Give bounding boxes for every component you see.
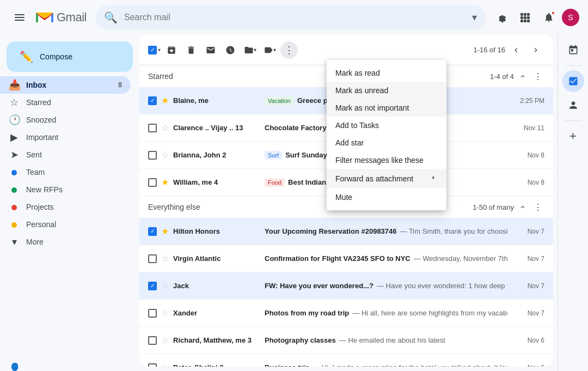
context-menu-add-tasks[interactable]: Add to Tasks (327, 117, 446, 134)
context-menu-mark-unread[interactable]: Mark as unread (327, 82, 446, 99)
email-body: Business trip — Hi, I made a reservation… (265, 363, 507, 367)
svg-rect-4 (520, 13, 523, 16)
star-button[interactable]: ☆ (161, 308, 169, 318)
star-button[interactable]: ☆ (161, 150, 169, 160)
search-dropdown-icon[interactable]: ▾ (472, 11, 477, 23)
email-checkbox[interactable] (148, 254, 157, 263)
sidebar-item-label: More (26, 238, 44, 246)
right-panel-add-button[interactable]: + (562, 125, 584, 147)
email-checkbox[interactable] (148, 363, 157, 367)
page-info: 1-16 of 16 (473, 46, 505, 54)
apps-button[interactable] (514, 7, 536, 28)
star-button[interactable]: ☆ (161, 281, 169, 291)
snooze-button[interactable] (222, 41, 239, 59)
search-input[interactable] (124, 13, 465, 22)
labels-button[interactable]: ▾ (261, 41, 278, 59)
email-checkbox[interactable] (148, 124, 157, 132)
svg-rect-11 (524, 20, 526, 22)
mark-unread-button[interactable] (202, 41, 219, 59)
avatar[interactable]: S (562, 9, 579, 26)
notifications-button[interactable] (538, 7, 560, 28)
top-bar-right: S (490, 7, 579, 28)
context-menu-mark-read[interactable]: Mark as read (327, 64, 446, 82)
email-checkbox[interactable] (148, 282, 157, 290)
context-menu-add-star[interactable]: Add star (327, 134, 446, 151)
email-row[interactable]: ☆ Virgin Atlantic Confirmation for Fligh… (139, 245, 553, 272)
starred-collapse-button[interactable] (516, 70, 529, 83)
hamburger-button[interactable] (9, 7, 30, 28)
sidebar-item-team[interactable]: Team (0, 163, 131, 181)
sidebar-item-starred[interactable]: ☆ Starred (0, 94, 131, 111)
sidebar-item-snoozed[interactable]: 🕐 Snoozed (0, 111, 131, 129)
email-checkbox[interactable] (148, 178, 157, 187)
email-time: Nov 11 (512, 124, 544, 132)
email-checkbox[interactable] (148, 96, 157, 105)
context-menu-forward-attachment[interactable]: Forward as attachment (327, 169, 446, 188)
email-time: Nov 7 (512, 228, 544, 235)
sidebar-item-projects[interactable]: Projects (0, 198, 131, 216)
email-tag: Vacation (265, 96, 294, 105)
compose-button[interactable]: ✏️ Compose (7, 41, 133, 72)
context-menu-item-label: Filter messages like these (335, 156, 424, 165)
sidebar-item-inbox[interactable]: 📥 Inbox 8 (0, 76, 131, 94)
move-to-button[interactable]: ▾ (241, 41, 259, 59)
sent-icon: ➤ (9, 149, 20, 161)
context-menu-item-label: Forward as attachment (335, 174, 413, 183)
star-button[interactable]: ★ (161, 177, 169, 187)
select-all-dropdown[interactable]: ▾ (158, 47, 161, 53)
everything-else-collapse-button[interactable] (516, 200, 529, 214)
context-menu-filter-messages[interactable]: Filter messages like these (327, 151, 446, 169)
right-panel-contacts-icon[interactable] (562, 94, 584, 116)
settings-button[interactable] (490, 7, 512, 28)
archive-button[interactable] (163, 41, 180, 59)
email-row[interactable]: ☆ Xander Photos from my road trip — Hi a… (139, 300, 553, 327)
email-row[interactable]: ★ Hilton Honors Your Upcoming Reservatio… (139, 218, 553, 245)
gmail-wordmark: Gmail (57, 10, 87, 25)
star-button[interactable]: ★ (161, 95, 169, 106)
team-icon (9, 167, 20, 178)
star-button[interactable]: ☆ (161, 362, 169, 367)
email-checkbox[interactable] (148, 336, 157, 345)
sidebar-item-sent[interactable]: ➤ Sent (0, 146, 131, 163)
delete-button[interactable] (182, 41, 200, 59)
star-button[interactable]: ★ (161, 226, 169, 236)
sidebar-item-label: Important (26, 133, 58, 142)
sidebar-item-contacts[interactable]: 👤 (0, 360, 131, 371)
sidebar-item-more[interactable]: ▾ More (0, 233, 131, 251)
star-button[interactable]: ☆ (161, 335, 169, 345)
prev-page-button[interactable] (507, 41, 525, 59)
sidebar-item-label: Projects (26, 203, 54, 211)
email-checkbox[interactable] (148, 151, 157, 160)
more-options-button[interactable]: ⋮ (280, 41, 298, 59)
star-button[interactable]: ☆ (161, 123, 169, 133)
email-tag: Food (265, 178, 285, 187)
star-button[interactable]: ☆ (161, 253, 169, 264)
everything-else-more-button[interactable]: ⋮ (531, 200, 544, 214)
right-panel-tasks-icon[interactable] (562, 70, 584, 92)
select-all-checkbox[interactable] (148, 46, 157, 54)
svg-rect-7 (520, 16, 523, 19)
sidebar-item-new-rfps[interactable]: New RFPs (0, 181, 131, 198)
email-body: Photography classes — He emailed me abou… (265, 336, 507, 344)
email-sender: Jack (173, 282, 260, 290)
personal-icon (9, 219, 20, 230)
email-checkbox[interactable] (148, 227, 157, 236)
context-menu-item-label: Mute (335, 193, 352, 202)
right-panel-calendar-icon[interactable] (562, 39, 584, 61)
context-menu-mute[interactable]: Mute (327, 188, 446, 206)
starred-more-button[interactable]: ⋮ (531, 70, 544, 83)
sidebar-item-label: Personal (26, 220, 56, 229)
sidebar-item-important[interactable]: ▶ Important (0, 129, 131, 146)
starred-icon: ☆ (9, 96, 20, 108)
email-row[interactable]: ☆ Jack FW: Have you ever wondered...? — … (139, 272, 553, 300)
context-menu-mark-not-important[interactable]: Mark as not important (327, 99, 446, 117)
email-row[interactable]: ☆ Peter, Shalini 2 Business trip — Hi, I… (139, 354, 553, 367)
email-preview: — Hi all, here are some highlights from … (352, 309, 507, 317)
search-bar: 🔍 ▾ (95, 5, 486, 30)
next-page-button[interactable] (527, 41, 544, 59)
email-checkbox[interactable] (148, 309, 157, 318)
email-sender: Xander (173, 309, 260, 317)
sidebar-item-personal[interactable]: Personal (0, 216, 131, 233)
toolbar-right: 1-16 of 16 (473, 41, 544, 59)
email-row[interactable]: ☆ Richard, Matthew, me 3 Photography cla… (139, 327, 553, 354)
